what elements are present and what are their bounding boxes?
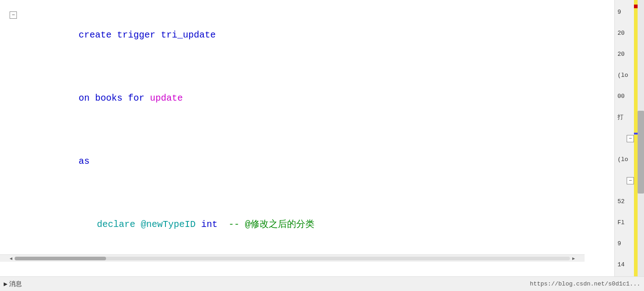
code-panel: − create trigger tri_update on books for… <box>0 0 614 276</box>
code-token: as <box>79 156 90 167</box>
scroll-left-arrow[interactable]: ◀ <box>7 255 15 262</box>
line-code-3: as <box>22 130 614 193</box>
h-scroll-track[interactable] <box>15 257 570 260</box>
h-scroll-thumb[interactable] <box>15 257 106 260</box>
vertical-scrollbar[interactable] <box>638 0 644 276</box>
status-url: https://blog.csdn.net/s0d1c1... <box>530 280 640 287</box>
right-panel: 9 20 20 (lo 00 打 − (lo − 52 Fl 9 14 未 20… <box>614 0 644 276</box>
code-token: -- @修改之后的分类 <box>229 219 314 230</box>
scroll-right-arrow[interactable]: ▶ <box>570 255 577 262</box>
red-dot-marker <box>634 5 638 8</box>
line-code-4: declare @newTypeID int -- @修改之后的分类 <box>22 193 614 256</box>
scrollbar-thumb[interactable] <box>638 111 644 194</box>
code-content: − create trigger tri_update on books for… <box>0 0 614 276</box>
status-label: 消息 <box>9 280 22 288</box>
minimap-bar <box>634 0 638 276</box>
code-token: create trigger tri_update <box>79 30 216 40</box>
collapse-btn-r2[interactable]: − <box>627 177 634 184</box>
collapse-btn-1[interactable]: − <box>10 11 17 19</box>
code-token: update <box>150 93 183 103</box>
code-line-4: declare @newTypeID int -- @修改之后的分类 <box>5 193 614 256</box>
code-line-2: on books for update <box>5 67 614 130</box>
collapse-btn-r1[interactable]: − <box>627 135 634 142</box>
code-line-3: as <box>5 130 614 193</box>
status-icon: ▶ <box>4 280 7 288</box>
line-code-2: on books for update <box>22 67 614 130</box>
line-code-1: create trigger tri_update <box>22 4 614 67</box>
code-token: int <box>201 219 218 230</box>
code-token: on books for <box>79 93 150 103</box>
horizontal-scrollbar[interactable]: ◀ ▶ <box>0 254 585 262</box>
code-line-1: − create trigger tri_update <box>5 4 614 67</box>
editor-area: − create trigger tri_update on books for… <box>0 0 644 276</box>
line-gutter-1[interactable]: − <box>5 11 22 19</box>
code-token <box>218 219 229 230</box>
status-bar: ▶ 消息 https://blog.csdn.net/s0d1c1... <box>0 276 644 291</box>
scrollbar-track[interactable] <box>638 0 644 276</box>
code-token: declare @newTypeID <box>97 219 201 230</box>
blue-marker <box>634 133 638 135</box>
